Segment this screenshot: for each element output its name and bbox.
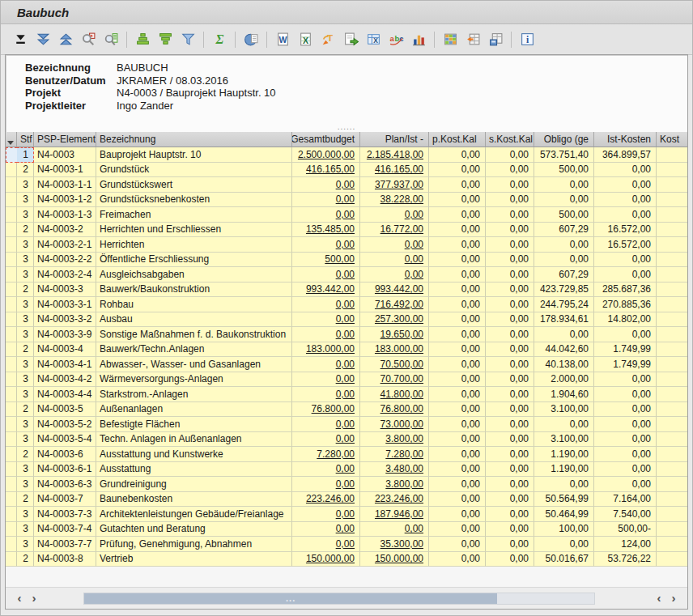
xxl-export-icon[interactable]: X [363, 30, 384, 49]
row-select-cell[interactable] [6, 522, 17, 537]
cell-s-kost-kal[interactable]: 0,00 [486, 477, 534, 492]
cell-stf[interactable]: 3 [17, 193, 34, 208]
cell-psp-element[interactable]: N4-0003-4-1 [34, 357, 96, 372]
column-header-p-kost-kal[interactable]: p.Kost.Kal [429, 132, 486, 147]
cell-obligo[interactable]: 40.138,00 [534, 357, 594, 372]
cell-s-kost-kal[interactable]: 0,00 [486, 357, 534, 372]
cell-ist-kosten[interactable]: 7.540,00 [594, 507, 657, 522]
cell-stf[interactable]: 3 [17, 372, 34, 388]
cell-stf[interactable]: 3 [17, 477, 34, 492]
drilldown-link[interactable]: 187.946,00 [375, 508, 423, 520]
print-preview-icon[interactable] [240, 30, 261, 49]
cell-bezeichnung[interactable]: Starkstrom.-Anlagen [96, 387, 292, 402]
row-select-cell[interactable] [6, 253, 17, 268]
cell-kost[interactable]: 2 [657, 283, 687, 298]
drilldown-link[interactable]: 38.228,00 [381, 193, 423, 205]
cell-stf[interactable]: 3 [17, 267, 34, 283]
cell-kost[interactable] [657, 312, 687, 328]
cell-bezeichnung[interactable]: Gutachten und Beratung [96, 522, 292, 537]
total-icon[interactable]: Σ [209, 30, 230, 49]
row-select-cell[interactable] [6, 447, 17, 462]
cell-ist-kosten[interactable]: 0,00 [594, 402, 657, 418]
cell-p-kost-kal[interactable]: 0,00 [429, 223, 486, 238]
drilldown-link[interactable]: 0,00 [336, 508, 355, 520]
cell-kost[interactable] [657, 522, 687, 537]
row-select-cell[interactable] [6, 223, 17, 238]
cell-stf[interactable]: 2 [17, 163, 34, 178]
cell-plan-ist[interactable]: 38.228,00 [360, 193, 429, 208]
set-filter-icon[interactable] [177, 30, 198, 49]
drilldown-link[interactable]: 2.500.000,00 [298, 149, 355, 160]
cell-ist-kosten[interactable]: 7.164,00 [594, 492, 657, 508]
drilldown-link[interactable]: 0,00 [336, 193, 355, 205]
row-select-cell[interactable] [6, 177, 17, 193]
cell-bezeichnung[interactable]: Techn. Anlagen in Außenanlagen [96, 432, 292, 448]
cell-obligo[interactable]: 0,00 [534, 253, 594, 268]
row-select-cell[interactable] [6, 312, 17, 328]
row-select-cell[interactable] [6, 552, 17, 567]
drilldown-link[interactable]: 3.480,00 [385, 463, 423, 474]
cell-plan-ist[interactable]: 0,00 [360, 207, 429, 223]
cell-kost[interactable] [657, 372, 687, 388]
column-header-ist-kosten[interactable]: Ist-Kosten [594, 132, 657, 147]
collapse-all-icon[interactable] [55, 30, 76, 49]
scroll-right-button-2[interactable]: › [666, 591, 681, 605]
choose-detail-icon[interactable] [10, 30, 31, 49]
drilldown-link[interactable]: 16.772,00 [381, 223, 423, 235]
row-select-cell[interactable] [6, 387, 17, 402]
cell-obligo[interactable]: 3.100,00 [534, 432, 594, 448]
drilldown-link[interactable]: 0,00 [336, 359, 355, 370]
cell-psp-element[interactable]: N4-0003-7-7 [34, 537, 96, 552]
cell-p-kost-kal[interactable]: 0,00 [429, 372, 486, 388]
cell-s-kost-kal[interactable]: 0,00 [486, 342, 534, 358]
expand-all-icon[interactable] [32, 30, 53, 49]
column-header-gesamtbudget[interactable]: Gesamtbudget [292, 132, 360, 147]
cell-bezeichnung[interactable]: Grundreinigung [96, 477, 292, 492]
cell-bezeichnung[interactable]: Ausstattung und Kunstwerke [96, 447, 292, 462]
cell-s-kost-kal[interactable]: 0,00 [486, 507, 534, 522]
cell-gesamtbudget[interactable]: 0,00 [292, 432, 360, 448]
row-select-cell[interactable] [6, 372, 17, 388]
cell-psp-element[interactable]: N4-0003-7-3 [34, 507, 96, 522]
cell-obligo[interactable]: 1.190,00 [534, 447, 594, 462]
cell-obligo[interactable]: 0,00 [534, 327, 594, 342]
cell-psp-element[interactable]: N4-0003-2-1 [34, 237, 96, 253]
cell-s-kost-kal[interactable]: 0,00 [486, 207, 534, 223]
change-layout-icon[interactable] [462, 30, 483, 49]
cell-obligo[interactable]: 607,29 [534, 267, 594, 283]
cell-gesamtbudget[interactable]: 0,00 [292, 297, 360, 312]
cell-s-kost-kal[interactable]: 0,00 [486, 522, 534, 537]
cell-obligo[interactable]: 573.751,40 [534, 147, 594, 163]
cell-stf[interactable]: 3 [17, 462, 34, 478]
cell-kost[interactable] [657, 447, 687, 462]
drilldown-link[interactable]: 0,00 [336, 313, 355, 325]
drilldown-link[interactable]: 223.246,00 [306, 493, 355, 504]
cell-obligo[interactable]: 423.729,85 [534, 283, 594, 298]
cell-plan-ist[interactable]: 0,00 [360, 253, 429, 268]
cell-s-kost-kal[interactable]: 0,00 [486, 492, 534, 508]
cell-plan-ist[interactable]: 3.800,00 [360, 432, 429, 448]
cell-p-kost-kal[interactable]: 0,00 [429, 447, 486, 462]
cell-psp-element[interactable]: N4-0003-5-2 [34, 417, 96, 432]
cell-stf[interactable]: 2 [17, 223, 34, 238]
row-select-cell[interactable] [6, 357, 17, 372]
cell-bezeichnung[interactable]: Befestigte Flächen [96, 417, 292, 432]
drilldown-link[interactable]: 0,00 [336, 523, 355, 534]
cell-p-kost-kal[interactable]: 0,00 [429, 507, 486, 522]
cell-p-kost-kal[interactable]: 0,00 [429, 537, 486, 552]
cell-ist-kosten[interactable]: 0,00 [594, 267, 657, 283]
cell-psp-element[interactable]: N4-0003-3-9 [34, 327, 96, 342]
cell-plan-ist[interactable]: 223.246,00 [360, 492, 429, 508]
cell-psp-element[interactable]: N4-0003-3 [34, 283, 96, 298]
cell-stf[interactable]: 3 [17, 312, 34, 328]
row-select-cell[interactable] [6, 507, 17, 522]
cell-psp-element[interactable]: N4-0003 [34, 147, 96, 163]
drilldown-link[interactable]: 223.246,00 [375, 493, 423, 504]
cell-ist-kosten[interactable]: 124,00 [594, 537, 657, 552]
drilldown-link[interactable]: 76.800,00 [312, 403, 355, 414]
cell-ist-kosten[interactable]: 0,00 [594, 477, 657, 492]
cell-kost[interactable] [657, 477, 687, 492]
cell-gesamtbudget[interactable]: 0,00 [292, 327, 360, 342]
drilldown-link[interactable]: 70.700,00 [381, 373, 423, 384]
cell-p-kost-kal[interactable]: 0,00 [429, 237, 486, 253]
